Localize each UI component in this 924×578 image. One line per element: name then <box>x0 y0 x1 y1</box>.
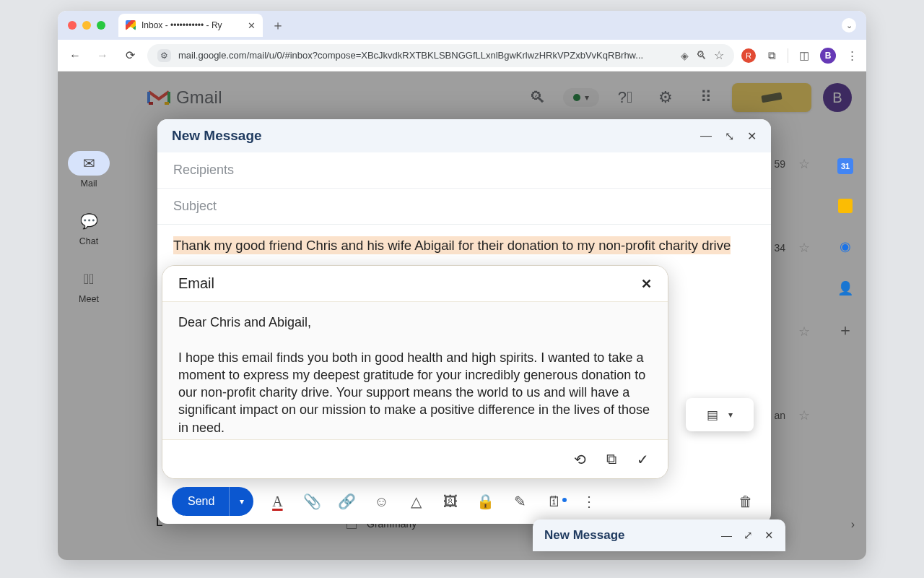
collapse-panel-icon[interactable]: › <box>851 518 855 531</box>
browser-window: Inbox - ••••••••••• - Ry ✕ ＋ ⌄ ← → ⟳ ⚙ m… <box>58 11 866 560</box>
minimize-icon[interactable]: — <box>721 529 732 542</box>
more-options-button[interactable]: ⋮ <box>578 491 600 512</box>
separator <box>788 48 788 63</box>
compose-titlebar: New Message — ⤡ ✕ <box>157 119 771 152</box>
tab-title: Inbox - ••••••••••• - Ry <box>141 20 242 30</box>
meet-icon: ▢⃞ <box>68 267 110 291</box>
browser-tabstrip: Inbox - ••••••••••• - Ry ✕ ＋ ⌄ <box>58 11 866 40</box>
rail-mail[interactable]: ✉ Mail <box>68 151 110 189</box>
compose-mini-title: New Message <box>544 528 625 543</box>
regenerate-icon[interactable]: ⟲ <box>574 451 586 468</box>
insert-link-button[interactable]: 🔗 <box>336 491 357 512</box>
extensions-puzzle-icon[interactable]: ⧉ <box>764 48 779 63</box>
rail-chat-label: Chat <box>79 236 98 246</box>
schedule-button[interactable]: 🗓 <box>544 491 565 512</box>
signature-pen-button[interactable]: ✎ <box>509 491 531 512</box>
url-text: mail.google.com/mail/u/0/#inbox?compose=… <box>178 50 674 61</box>
formatting-button[interactable]: A <box>266 491 288 512</box>
side-panel-icon[interactable]: ◫ <box>797 48 811 63</box>
calendar-icon[interactable]: 31 <box>837 158 853 174</box>
nav-back-button[interactable]: ← <box>65 46 85 66</box>
subject-row[interactable] <box>157 189 771 225</box>
contacts-icon[interactable]: 👤 <box>837 280 854 297</box>
discard-draft-button[interactable]: 🗑 <box>735 491 757 512</box>
emoji-button[interactable]: ☺ <box>370 491 392 512</box>
close-window-button[interactable] <box>68 21 77 30</box>
mail-icon: ✉ <box>68 151 110 176</box>
format-indent-dropdown[interactable]: ▤ ▾ <box>686 398 754 431</box>
send-options-button[interactable]: ▾ <box>229 487 253 516</box>
keep-icon[interactable] <box>838 199 853 213</box>
compose-window: New Message — ⤡ ✕ Thank my good friend C… <box>157 119 771 524</box>
compose-window-actions: — ⤡ ✕ <box>700 129 757 143</box>
browser-address-bar: ← → ⟳ ⚙ mail.google.com/mail/u/0/#inbox?… <box>58 40 866 72</box>
bookmark-star-icon[interactable]: ☆ <box>714 48 724 62</box>
rail-meet[interactable]: ▢⃞ Meet <box>68 267 110 304</box>
tabs-dropdown-button[interactable]: ⌄ <box>842 18 856 33</box>
translate-icon[interactable]: ◈ <box>681 50 689 61</box>
close-icon[interactable]: ✕ <box>764 529 774 542</box>
gmail-app: Gmail 🔍︎ ▾ ?⃝ ⚙ ⠿ B ✉ Mail 💬 Chat <box>58 72 866 560</box>
minimize-window-button[interactable] <box>82 21 91 30</box>
close-compose-button[interactable]: ✕ <box>747 129 757 143</box>
accept-check-icon[interactable]: ✓ <box>637 451 649 468</box>
browser-tab[interactable]: Inbox - ••••••••••• - Ry ✕ <box>118 14 263 37</box>
toolbar-actions: R ⧉ ◫ B ⋮ <box>741 48 859 64</box>
rail-chat[interactable]: 💬 Chat <box>68 209 110 246</box>
url-field[interactable]: ⚙ mail.google.com/mail/u/0/#inbox?compos… <box>147 44 734 67</box>
expand-icon[interactable]: ⤢ <box>744 529 753 542</box>
ai-popover-title: Email <box>178 275 214 292</box>
minimize-compose-button[interactable]: — <box>700 129 712 143</box>
tasks-icon[interactable]: ◉ <box>837 238 854 255</box>
nav-reload-button[interactable]: ⟳ <box>120 46 140 66</box>
recipients-input[interactable] <box>173 163 755 178</box>
site-settings-icon[interactable]: ⚙ <box>157 49 171 62</box>
compose-mini-actions: — ⤢ ✕ <box>721 529 774 542</box>
indent-icon: ▤ <box>707 407 718 423</box>
ai-popover-header: Email ✕ <box>162 266 668 302</box>
addons-plus-icon[interactable]: ＋ <box>837 322 854 339</box>
chevron-down-icon: ▾ <box>728 410 733 420</box>
ai-popover-body: Dear Chris and Abigail, I hope this emai… <box>162 302 668 439</box>
close-icon[interactable]: ✕ <box>641 276 652 292</box>
chat-icon: 💬 <box>68 209 110 233</box>
send-button[interactable]: Send <box>172 495 229 508</box>
compose-title: New Message <box>172 128 262 144</box>
compose-footer: Send ▾ A 📎 🔗 ☺ △ 🖼 🔒 ✎ 🗓 ⋮ 🗑 <box>157 479 771 524</box>
recipients-row[interactable] <box>157 152 771 189</box>
close-tab-button[interactable]: ✕ <box>248 20 256 31</box>
compose-body[interactable]: Thank my good friend Chris and his wife … <box>157 225 771 479</box>
popout-compose-button[interactable]: ⤡ <box>725 129 734 143</box>
nav-forward-button[interactable]: → <box>92 46 113 66</box>
right-side-panel: 31 ◉ 👤 ＋ › <box>824 72 866 560</box>
new-tab-button[interactable]: ＋ <box>270 17 286 34</box>
send-button-group: Send ▾ <box>172 487 253 516</box>
gmail-favicon <box>126 20 136 30</box>
prompt-highlight-text: Thank my good friend Chris and his wife … <box>173 236 731 254</box>
window-controls <box>68 21 105 30</box>
insert-image-button[interactable]: 🖼 <box>440 491 461 512</box>
ai-suggestion-popover: Email ✕ Dear Chris and Abigail, I hope t… <box>162 265 668 479</box>
profile-avatar-button[interactable]: B <box>820 48 836 64</box>
rail-mail-label: Mail <box>81 178 97 189</box>
zoom-icon[interactable]: 🔍︎ <box>696 49 707 61</box>
ai-popover-footer: ⟲ ⧉ ✓ <box>162 439 668 478</box>
rail-meet-label: Meet <box>79 294 99 304</box>
compose-minimized[interactable]: New Message — ⤢ ✕ <box>533 519 785 551</box>
browser-menu-button[interactable]: ⋮ <box>845 48 859 63</box>
copy-icon[interactable]: ⧉ <box>606 451 616 467</box>
maximize-window-button[interactable] <box>97 21 105 30</box>
subject-input[interactable] <box>173 199 755 214</box>
left-rail: ✉ Mail 💬 Chat ▢⃞ Meet <box>58 72 120 560</box>
attach-file-button[interactable]: 📎 <box>301 491 323 512</box>
drive-button[interactable]: △ <box>405 491 427 512</box>
confidential-mode-button[interactable]: 🔒 <box>474 491 496 512</box>
extension-r-icon[interactable]: R <box>741 48 756 63</box>
